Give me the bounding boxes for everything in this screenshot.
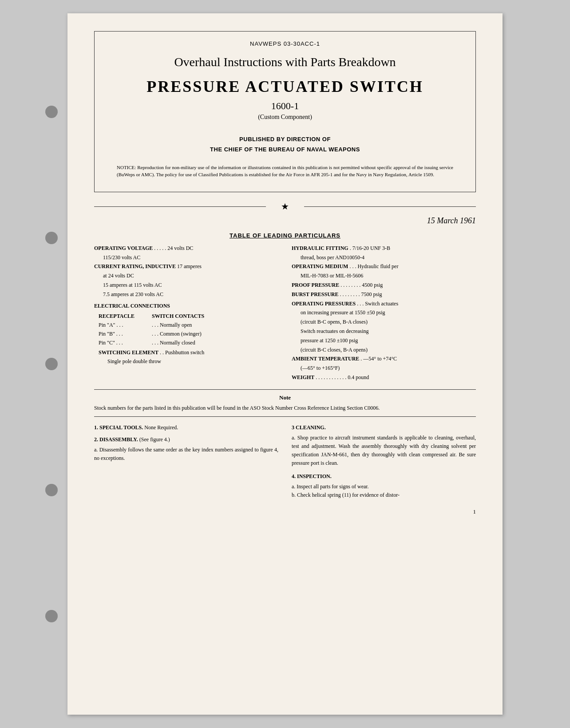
document-date: 15 March 1961 (94, 216, 476, 226)
particulars-right: HYDRAULIC FITTING . 7/16-20 UNF 3-B thre… (292, 244, 476, 383)
star-divider: ★ (94, 201, 476, 212)
binding-holes (45, 13, 58, 715)
document-subtitle: PRESSURE ACTUATED SWITCH (108, 77, 462, 96)
body-left: 1. SPECIAL TOOLS. None Required. 2. DISA… (94, 423, 278, 500)
model-number: 1600-1 (108, 100, 462, 112)
published-by: PUBLISHED BY DIRECTION OF THE CHIEF OF T… (108, 134, 462, 155)
binding-hole (45, 610, 58, 622)
note-title: Note (94, 394, 476, 401)
custom-component: (Custom Component) (108, 114, 462, 121)
note-text: Stock numbers for the parts listed in th… (94, 404, 476, 412)
binding-hole (45, 484, 58, 496)
main-title: Overhaul Instructions with Parts Breakdo… (108, 55, 462, 69)
notice-text: NOTICE: Reproduction for non-military us… (117, 164, 453, 178)
binding-hole (45, 106, 58, 118)
binding-hole (45, 232, 58, 244)
header-box: NAVWEPS 03-30ACC-1 Overhaul Instructions… (94, 31, 476, 192)
page: NAVWEPS 03-30ACC-1 Overhaul Instructions… (67, 13, 503, 715)
body-right: 3 CLEANING. a. Shop practice to aircraft… (292, 423, 476, 500)
body-grid: 1. SPECIAL TOOLS. None Required. 2. DISA… (94, 423, 476, 500)
page-number: 1 (94, 508, 476, 515)
particulars-left: OPERATING VOLTAGE . . . . . 24 volts DC … (94, 244, 278, 383)
binding-hole (45, 358, 58, 370)
table-heading: TABLE OF LEADING PARTICULARS (94, 232, 476, 239)
navweps-label: NAVWEPS 03-30ACC-1 (108, 40, 462, 47)
note-section: Note Stock numbers for the parts listed … (94, 389, 476, 417)
particulars-grid: OPERATING VOLTAGE . . . . . 24 volts DC … (94, 244, 476, 383)
